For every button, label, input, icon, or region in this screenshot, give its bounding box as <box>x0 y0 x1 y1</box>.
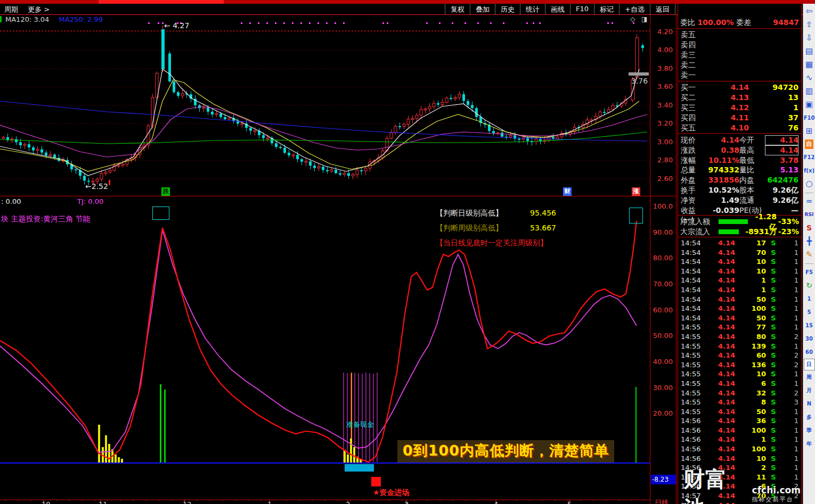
badge-up[interactable]: 涨 <box>632 187 640 196</box>
menu-more[interactable]: 更多 > <box>28 5 50 13</box>
period-day[interactable]: 日 <box>804 359 815 370</box>
buy-level-row[interactable]: 买四 4.11 37 <box>678 113 801 123</box>
candlestick-chart[interactable]: MA120: 3.04 MA250: 2.99 ◇ ◨ ← 4.27 ←2.52… <box>0 15 650 196</box>
trade-price: 4.14 <box>705 313 735 323</box>
trade-volume: 100 <box>735 444 766 454</box>
sell-level-row[interactable]: 卖四 <box>678 40 801 50</box>
money-flow-row: 净流入额 -1.28亿 -33% <box>678 217 801 227</box>
f10-button[interactable]: F10 <box>804 111 815 125</box>
trade-time: 14:54 <box>681 313 705 323</box>
flow-bar <box>719 229 739 234</box>
ma-legend-tick <box>0 16 2 22</box>
menu-item[interactable]: F10 <box>570 4 594 15</box>
trade-direction: S <box>766 426 781 435</box>
period-15min[interactable]: 15 <box>804 319 815 332</box>
period-quarter[interactable]: 季 <box>804 424 815 437</box>
trade-volume: 139 <box>735 342 766 351</box>
stat-row: 总量 974332 量比 5.13 <box>678 165 801 175</box>
buy-level-row[interactable]: 买二 4.13 13 <box>678 93 801 103</box>
zixuan-icon[interactable]: 自 <box>805 139 813 149</box>
news-icon[interactable]: ▣ <box>804 98 815 111</box>
sector-label[interactable]: 块 主题投资:黄河三角 节能 <box>1 214 91 224</box>
refresh-icon[interactable]: ↻ <box>804 279 815 292</box>
trend-icon[interactable]: ∿ <box>804 71 815 85</box>
period-1min[interactable]: 1 <box>804 292 815 305</box>
trade-price: 4.14 <box>705 304 735 313</box>
menu-item[interactable]: +自选 <box>619 4 650 15</box>
trade-time: 14:56 <box>681 416 705 426</box>
buy-level-volume: 13 <box>749 93 798 103</box>
wave-icon[interactable]: ≈ <box>804 195 815 208</box>
watermark-tagline: 指标交易平台 <box>752 496 801 503</box>
sell-level-row[interactable]: 卖二 <box>678 60 801 70</box>
sell-level-volume <box>749 50 798 60</box>
tree-icon[interactable]: ⊞ <box>804 125 815 138</box>
period-month[interactable]: 月 <box>804 384 815 397</box>
period-week[interactable]: 周 <box>804 370 815 384</box>
trade-count: 1 <box>781 267 798 276</box>
period-multi[interactable]: 多 <box>804 410 815 424</box>
rsi-button[interactable]: RSI <box>804 208 815 221</box>
period-60min[interactable]: 60 <box>804 345 815 359</box>
table-icon[interactable]: ▦ <box>804 58 815 71</box>
kline-icon[interactable]: ▥ <box>804 85 815 98</box>
trade-time: 14:54 <box>681 248 705 258</box>
period-5min[interactable]: 5 <box>804 305 815 319</box>
fx-icon[interactable]: f(x) <box>804 164 815 177</box>
period-30min[interactable]: 30 <box>804 332 815 345</box>
menu-item[interactable]: 复权 <box>445 4 470 15</box>
stat-value: 10.11% <box>707 155 739 166</box>
f5-button[interactable]: F5 <box>804 266 815 279</box>
menu-item[interactable]: 画线 <box>545 4 570 15</box>
trade-price: 4.14 <box>705 276 735 285</box>
tick-trade-row: 14:54 4.14 50 S 1 <box>678 313 801 323</box>
menu-period[interactable]: 周期 <box>4 5 18 13</box>
stat-row: 换手 10.52% 股本 9.26亿 <box>678 185 801 195</box>
trade-price: 4.14 <box>705 248 735 258</box>
period-year[interactable]: 年 <box>804 437 815 450</box>
back-icon[interactable]: ⇦ <box>804 5 815 18</box>
tick-trade-row: 14:56 4.14 36 S 1 <box>678 416 801 426</box>
pencil-icon[interactable]: ✎ <box>804 248 815 261</box>
menu-item[interactable]: 统计 <box>520 4 545 15</box>
indicator-panel[interactable]: 10111212345 : 0.00 TJ: 0.00 块 主题投资:黄河三角 … <box>0 196 650 504</box>
chart-corner-icons[interactable]: ◇ ◨ <box>630 15 649 23</box>
up-icon[interactable]: ⇧ <box>804 18 815 31</box>
trade-price: 4.14 <box>705 267 735 276</box>
menu-item[interactable]: 历史 <box>495 4 520 15</box>
menu-item[interactable]: 标记 <box>594 4 619 15</box>
flow-label: 净流入额 <box>680 217 719 227</box>
divider[interactable] <box>804 191 815 195</box>
buy-level-row[interactable]: 买五 4.10 76 <box>678 123 801 133</box>
circle-icon[interactable]: ○ <box>804 177 815 191</box>
indicator-axis-label: 20.00 <box>653 409 673 417</box>
indicator-axis-label: 30.00 <box>653 384 673 392</box>
f12-button[interactable]: F12 <box>804 151 815 164</box>
stat-label: 量比 <box>739 165 765 175</box>
weibi-row: 委比 100.00% 委差 94847 <box>678 18 801 28</box>
buy-level-row[interactable]: 买一 4.14 94720 <box>678 82 801 93</box>
sell-level-row[interactable]: 卖一 <box>678 70 801 80</box>
sell-level-row[interactable]: 卖三 <box>678 50 801 60</box>
watermark-domain: cfchi.com <box>752 485 801 495</box>
report-icon[interactable]: ▤ <box>804 45 815 58</box>
period-n[interactable]: N <box>804 397 815 410</box>
menu-item[interactable]: 叠加 <box>470 4 495 15</box>
buy-level-row[interactable]: 买三 4.12 1 <box>678 103 801 113</box>
trade-price: 4.14 <box>705 238 735 248</box>
move-icon[interactable]: ╋ <box>804 235 815 248</box>
trade-time: 14:54 <box>681 276 705 285</box>
s-indicator-icon[interactable]: S <box>804 221 815 235</box>
indicator-axis-labels: 100.090.0080.0070.0060.0050.0040.0030.00… <box>650 0 676 489</box>
stat-value: 9.26亿 <box>765 185 798 195</box>
trade-count: 1 <box>781 379 798 389</box>
divider[interactable] <box>804 261 815 266</box>
stat-row: 外盘 331856 内盘 642476 <box>678 175 801 185</box>
tick-trade-row: 14:55 4.14 80 S 2 <box>678 332 801 342</box>
down-icon[interactable]: ⇩ <box>804 31 815 45</box>
buy-level-price: 4.11 <box>706 113 749 123</box>
sell-level-row[interactable]: 卖五 <box>678 30 801 40</box>
badge-finance[interactable]: 财 <box>563 187 572 196</box>
stat-label: 流通 <box>739 195 765 205</box>
badge-down[interactable]: 跌 <box>161 187 170 196</box>
